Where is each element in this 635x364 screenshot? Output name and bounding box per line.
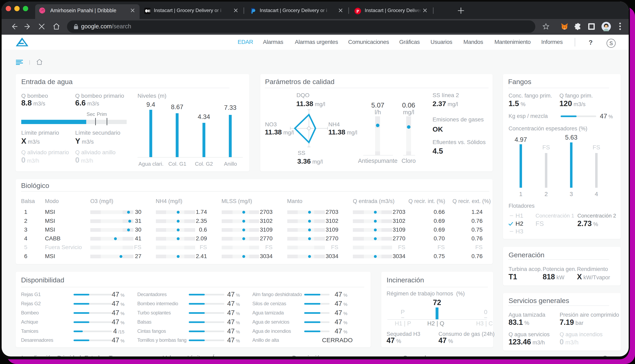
svg-text:P: P bbox=[356, 8, 359, 14]
